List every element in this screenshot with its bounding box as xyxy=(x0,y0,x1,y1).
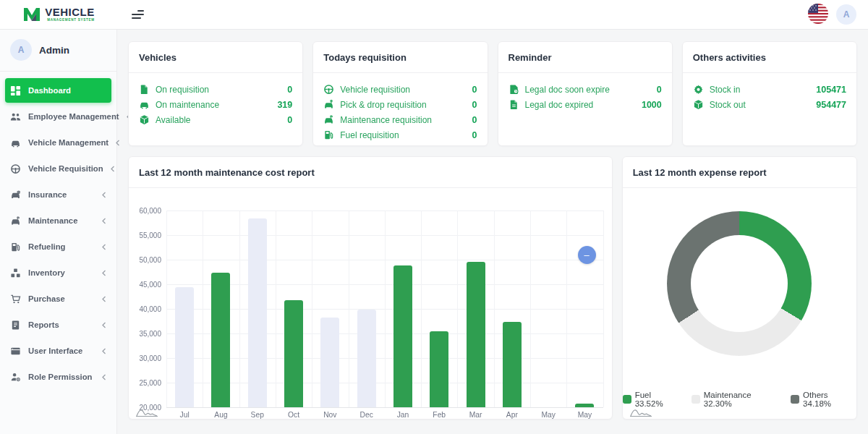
chart-title: Last 12 month expense report xyxy=(633,167,767,178)
top-header: VEHICLE MANAGEMENT SYSTEM xyxy=(0,0,868,30)
legend-swatch xyxy=(791,395,799,404)
sidebar-item-dashboard[interactable]: Dashboard xyxy=(5,78,111,103)
sidebar-item-purchase[interactable]: Purchase xyxy=(5,286,111,311)
user-avatar[interactable]: A xyxy=(836,4,856,25)
report-icon xyxy=(10,320,21,331)
car-wrench-icon xyxy=(10,216,21,226)
boxes-icon xyxy=(10,268,21,278)
chevron-left-icon xyxy=(101,348,106,354)
gridline xyxy=(530,210,531,407)
x-axis-label: May xyxy=(566,411,603,419)
sidebar-item-vehicle-management[interactable]: Vehicle Management xyxy=(5,130,111,155)
sidebar-item-label: Insurance xyxy=(28,190,95,199)
gridline xyxy=(166,210,167,407)
y-axis-tick: 25,000 xyxy=(139,379,161,387)
stat-value: 0 xyxy=(472,85,477,95)
employees-icon xyxy=(10,111,21,122)
sidebar-item-label: Employee Management xyxy=(28,112,119,121)
logo-mark-icon xyxy=(22,5,41,24)
wave-watermark-icon xyxy=(136,406,158,417)
legend-label: Others 34.18% xyxy=(803,391,856,408)
car-icon xyxy=(139,99,150,110)
stat-label: On maintenance xyxy=(156,100,271,110)
sidebar-user[interactable]: A Admin xyxy=(0,30,116,72)
sidebar-item-maintenance[interactable]: Maintenance xyxy=(5,208,111,233)
sidebar-nav: DashboardEmployee ManagementVehicle Mana… xyxy=(0,72,116,397)
stat-row: Legal doc expired1000 xyxy=(509,97,662,112)
bar-May xyxy=(575,404,594,407)
stat-value: 0 xyxy=(287,115,292,125)
card-title: Vehicles xyxy=(139,52,176,63)
gridline xyxy=(203,210,203,407)
legend-item-others[interactable]: Others 34.18% xyxy=(791,391,856,408)
sidebar-item-employee-management[interactable]: Employee Management xyxy=(5,104,111,129)
sidebar-item-label: Maintenance xyxy=(28,216,95,225)
sidebar-item-label: Vehicle Management xyxy=(28,138,109,147)
card-title: Others activities xyxy=(693,52,766,63)
gridline xyxy=(603,210,604,407)
main-content: Vehicles On requisition0On maintenance31… xyxy=(117,30,868,434)
legend-label: Maintenance 32.30% xyxy=(704,391,779,408)
sidebar-item-reports[interactable]: Reports xyxy=(5,312,111,337)
chart-title: Last 12 month maintenance cost report xyxy=(139,167,315,178)
doc-expire-icon xyxy=(509,84,519,95)
x-axis-label: Apr xyxy=(494,411,530,419)
language-flag-button[interactable] xyxy=(808,4,828,26)
chart-collapse-button[interactable]: – xyxy=(578,246,596,264)
charts-row: Last 12 month maintenance cost report 60… xyxy=(128,156,857,420)
y-axis-tick: 60,000 xyxy=(139,207,161,215)
donut-hole xyxy=(691,235,788,332)
sidebar-item-role-permission[interactable]: Role Permission xyxy=(5,365,111,389)
sidebar-item-refueling[interactable]: Refueling xyxy=(5,234,111,259)
steering-wheel-icon xyxy=(323,84,334,95)
logo-title: VEHICLE xyxy=(45,7,95,17)
stat-label: On requisition xyxy=(156,85,281,95)
stat-value: 105471 xyxy=(816,85,846,95)
bar-chart: 60,00055,00050,00045,00040,00035,00030,0… xyxy=(129,188,612,418)
hamburger-line xyxy=(137,10,144,12)
sidebar-item-vehicle-requisition[interactable]: Vehicle Requisition xyxy=(5,156,111,181)
us-flag-icon xyxy=(808,4,828,24)
sidebar-item-insurance[interactable]: Insurance xyxy=(5,182,111,207)
stock-in-icon xyxy=(693,84,704,95)
hamburger-line xyxy=(132,17,141,19)
car-shield-icon xyxy=(10,190,21,200)
y-axis-tick: 50,000 xyxy=(139,256,161,264)
gridline xyxy=(239,210,240,407)
gridline xyxy=(494,210,495,407)
x-axis-label: May xyxy=(530,411,566,419)
sidebar-item-label: Role Permission xyxy=(28,373,95,381)
bar-Aug xyxy=(211,273,230,407)
donut-ring xyxy=(667,211,812,356)
legend-item-maintenance[interactable]: Maintenance 32.30% xyxy=(692,391,779,408)
sidebar-item-user-interface[interactable]: User Interface xyxy=(5,339,111,363)
sidebar: A Admin DashboardEmployee ManagementVehi… xyxy=(0,30,117,434)
stat-value: 319 xyxy=(277,100,292,110)
app-logo[interactable]: VEHICLE MANAGEMENT SYSTEM xyxy=(0,0,117,29)
sidebar-item-label: Dashboard xyxy=(28,86,106,95)
sidebar-item-label: Reports xyxy=(28,320,95,329)
stat-label: Legal doc soon expire xyxy=(525,85,651,95)
car-icon xyxy=(10,137,21,148)
chevron-left-icon xyxy=(101,192,106,198)
gridline xyxy=(421,210,422,407)
gridline xyxy=(385,210,386,407)
bar-Nov xyxy=(320,318,339,407)
dashboard-icon xyxy=(10,85,21,96)
user-avatar-small: A xyxy=(10,39,32,61)
sidebar-item-inventory[interactable]: Inventory xyxy=(5,260,111,285)
stat-value: 954477 xyxy=(816,100,846,110)
reminder-card: Reminder Legal doc soon expire0Legal doc… xyxy=(498,41,673,146)
stat-label: Available xyxy=(156,115,281,125)
x-axis-label: Dec xyxy=(348,411,384,419)
stat-label: Pick & drop requisition xyxy=(340,100,466,110)
y-axis-tick: 30,000 xyxy=(139,354,161,362)
x-axis-label: Nov xyxy=(312,411,348,419)
wave-watermark-icon xyxy=(630,406,652,417)
stat-row: Fuel requisition0 xyxy=(323,127,477,142)
sidebar-toggle-button[interactable] xyxy=(129,7,147,22)
vehicles-card: Vehicles On requisition0On maintenance31… xyxy=(128,41,303,146)
chevron-left-icon xyxy=(101,322,106,328)
stat-value: 0 xyxy=(472,115,477,125)
hamburger-line xyxy=(132,14,144,15)
